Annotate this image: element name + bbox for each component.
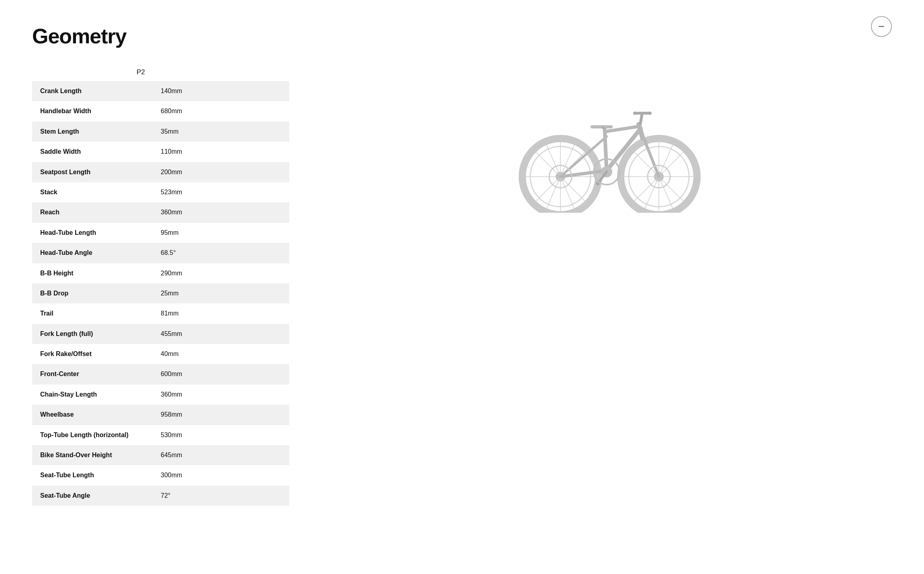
close-button[interactable]: − <box>871 16 892 37</box>
svg-point-46 <box>648 112 652 115</box>
row-label: Trail <box>32 303 153 324</box>
row-label: Seatpost Length <box>32 162 153 182</box>
row-value: 25mm <box>153 283 289 303</box>
row-label: Head-Tube Length <box>32 223 153 243</box>
svg-line-25 <box>632 177 659 204</box>
row-label: Seat-Tube Angle <box>32 486 153 506</box>
row-label: Fork Rake/Offset <box>32 344 153 364</box>
row-label: Stem Length <box>32 122 153 142</box>
page-container: − Geometry P2 Crank Length140mmHandlebar… <box>0 0 924 574</box>
row-value: 40mm <box>153 344 289 364</box>
table-row: Fork Rake/Offset40mm <box>32 344 289 364</box>
row-value: 300mm <box>153 465 289 485</box>
row-label: B-B Height <box>32 263 153 283</box>
row-value: 523mm <box>153 182 289 202</box>
row-value: 455mm <box>153 324 289 344</box>
bike-illustration <box>502 84 711 213</box>
table-section: P2 Crank Length140mmHandlebar Width680mm… <box>32 68 289 506</box>
bike-image-section <box>321 68 892 506</box>
row-label: Head-Tube Angle <box>32 243 153 263</box>
table-row: Saddle Width110mm <box>32 142 289 162</box>
table-row: Fork Length (full)455mm <box>32 324 289 344</box>
row-label: B-B Drop <box>32 283 153 303</box>
table-row: Trail81mm <box>32 303 289 324</box>
row-label: Front-Center <box>32 364 153 384</box>
minus-icon: − <box>878 21 885 32</box>
row-value: 530mm <box>153 425 289 445</box>
row-label: Stack <box>32 182 153 202</box>
table-row: Crank Length140mm <box>32 81 289 101</box>
table-row: Top-Tube Length (horizontal)530mm <box>32 425 289 445</box>
svg-line-10 <box>534 177 560 204</box>
table-row: Head-Tube Angle68.5° <box>32 243 289 263</box>
row-value: 290mm <box>153 263 289 283</box>
table-row: Head-Tube Length95mm <box>32 223 289 243</box>
row-value: 600mm <box>153 364 289 384</box>
svg-line-42 <box>602 128 605 128</box>
row-value: 360mm <box>153 385 289 405</box>
row-label: Bike Stand-Over Height <box>32 445 153 465</box>
column-headers: P2 <box>137 68 289 81</box>
row-value: 35mm <box>153 122 289 142</box>
svg-line-32 <box>605 128 607 171</box>
table-row: Wheelbase958mm <box>32 405 289 425</box>
table-row: Seat-Tube Length300mm <box>32 465 289 485</box>
svg-line-43 <box>640 114 642 124</box>
row-value: 81mm <box>153 303 289 324</box>
row-label: Reach <box>32 202 153 222</box>
row-label: Seat-Tube Length <box>32 465 153 485</box>
row-value: 95mm <box>153 223 289 243</box>
row-label: Fork Length (full) <box>32 324 153 344</box>
row-value: 958mm <box>153 405 289 425</box>
svg-point-45 <box>633 112 636 115</box>
table-row: Stack523mm <box>32 182 289 202</box>
table-row: B-B Drop25mm <box>32 283 289 303</box>
row-label: Handlebar Width <box>32 101 153 121</box>
column-header-p2: P2 <box>137 68 209 76</box>
row-value: 140mm <box>153 81 289 101</box>
table-row: Reach360mm <box>32 202 289 222</box>
page-title: Geometry <box>32 24 892 48</box>
row-value: 360mm <box>153 202 289 222</box>
row-label: Top-Tube Length (horizontal) <box>32 425 153 445</box>
table-row: Seat-Tube Angle72° <box>32 486 289 506</box>
row-label: Wheelbase <box>32 405 153 425</box>
table-row: Bike Stand-Over Height645mm <box>32 445 289 465</box>
row-value: 110mm <box>153 142 289 162</box>
table-row: Chain-Stay Length360mm <box>32 385 289 405</box>
row-value: 200mm <box>153 162 289 182</box>
svg-line-8 <box>560 177 587 204</box>
svg-line-23 <box>659 177 686 204</box>
table-row: Stem Length35mm <box>32 122 289 142</box>
table-row: Handlebar Width680mm <box>32 101 289 121</box>
row-label: Chain-Stay Length <box>32 385 153 405</box>
row-value: 680mm <box>153 101 289 121</box>
svg-rect-41 <box>591 125 613 128</box>
row-value: 645mm <box>153 445 289 465</box>
svg-line-24 <box>659 150 686 177</box>
row-label: Saddle Width <box>32 142 153 162</box>
row-value: 68.5° <box>153 243 289 263</box>
table-row: B-B Height290mm <box>32 263 289 283</box>
row-label: Crank Length <box>32 81 153 101</box>
table-row: Front-Center600mm <box>32 364 289 384</box>
row-value: 72° <box>153 486 289 506</box>
geometry-table: Crank Length140mmHandlebar Width680mmSte… <box>32 81 289 506</box>
svg-line-7 <box>534 150 560 177</box>
table-row: Seatpost Length200mm <box>32 162 289 182</box>
content-area: P2 Crank Length140mmHandlebar Width680mm… <box>32 68 892 506</box>
